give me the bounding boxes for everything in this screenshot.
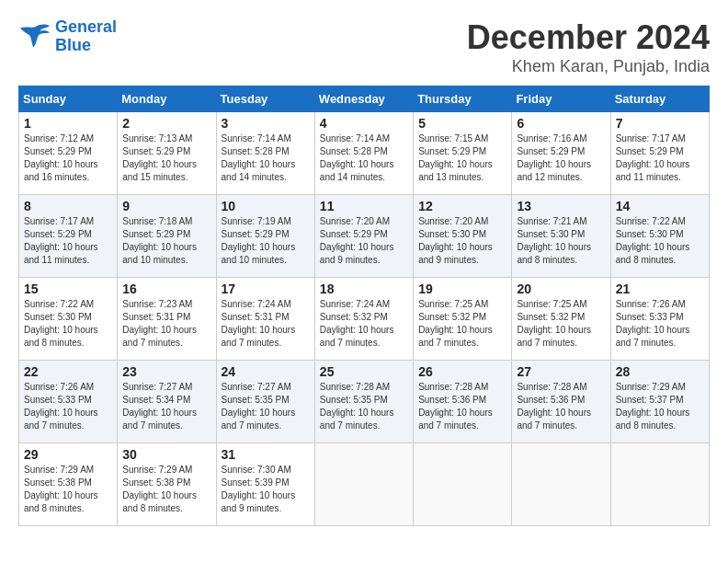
calendar-cell: 21Sunrise: 7:26 AMSunset: 5:33 PMDayligh… <box>610 278 709 361</box>
day-number: 12 <box>418 199 506 213</box>
day-info: Sunrise: 7:23 AMSunset: 5:31 PMDaylight:… <box>122 298 210 350</box>
calendar-week-row: 1Sunrise: 7:12 AMSunset: 5:29 PMDaylight… <box>19 112 710 195</box>
day-number: 25 <box>320 364 408 379</box>
calendar-cell: 6Sunrise: 7:16 AMSunset: 5:29 PMDaylight… <box>512 112 610 195</box>
day-number: 28 <box>616 364 704 379</box>
calendar-cell: 14Sunrise: 7:22 AMSunset: 5:30 PMDayligh… <box>610 195 709 278</box>
title-area: December 2024 Khem Karan, Punjab, India <box>467 18 710 76</box>
calendar-week-row: 22Sunrise: 7:26 AMSunset: 5:33 PMDayligh… <box>19 361 710 443</box>
day-number: 31 <box>222 447 310 462</box>
calendar-cell: 9Sunrise: 7:18 AMSunset: 5:29 PMDaylight… <box>118 195 216 278</box>
day-number: 17 <box>222 282 310 296</box>
day-info: Sunrise: 7:25 AMSunset: 5:32 PMDaylight:… <box>517 298 605 350</box>
day-number: 24 <box>222 364 310 379</box>
calendar-cell: 2Sunrise: 7:13 AMSunset: 5:29 PMDaylight… <box>118 112 216 195</box>
day-info: Sunrise: 7:22 AMSunset: 5:30 PMDaylight:… <box>24 298 112 350</box>
day-number: 26 <box>418 364 506 379</box>
day-info: Sunrise: 7:28 AMSunset: 5:35 PMDaylight:… <box>320 381 408 432</box>
calendar-cell <box>610 443 709 526</box>
calendar-cell <box>414 443 512 526</box>
day-number: 27 <box>517 364 605 379</box>
logo: General Blue <box>18 18 117 55</box>
calendar-week-row: 15Sunrise: 7:22 AMSunset: 5:30 PMDayligh… <box>19 278 710 361</box>
day-info: Sunrise: 7:13 AMSunset: 5:29 PMDaylight:… <box>122 132 210 184</box>
calendar-cell: 18Sunrise: 7:24 AMSunset: 5:32 PMDayligh… <box>314 278 413 361</box>
calendar-cell: 5Sunrise: 7:15 AMSunset: 5:29 PMDaylight… <box>414 112 512 195</box>
calendar-cell: 10Sunrise: 7:19 AMSunset: 5:29 PMDayligh… <box>216 195 314 278</box>
header-wednesday: Wednesday <box>314 86 413 112</box>
day-info: Sunrise: 7:16 AMSunset: 5:29 PMDaylight:… <box>517 132 605 184</box>
header-thursday: Thursday <box>414 86 512 112</box>
day-number: 8 <box>24 199 112 213</box>
header-saturday: Saturday <box>610 86 709 112</box>
calendar-cell: 19Sunrise: 7:25 AMSunset: 5:32 PMDayligh… <box>414 278 512 361</box>
logo-text: General Blue <box>55 18 117 55</box>
calendar-cell: 11Sunrise: 7:20 AMSunset: 5:29 PMDayligh… <box>314 195 413 278</box>
calendar-cell: 23Sunrise: 7:27 AMSunset: 5:34 PMDayligh… <box>118 361 216 443</box>
day-number: 7 <box>616 116 704 131</box>
day-number: 10 <box>222 199 310 213</box>
header: General Blue December 2024 Khem Karan, P… <box>18 18 710 76</box>
calendar-cell: 15Sunrise: 7:22 AMSunset: 5:30 PMDayligh… <box>19 278 118 361</box>
day-info: Sunrise: 7:24 AMSunset: 5:31 PMDaylight:… <box>222 298 310 350</box>
day-number: 11 <box>320 199 408 213</box>
calendar-cell: 17Sunrise: 7:24 AMSunset: 5:31 PMDayligh… <box>216 278 314 361</box>
day-info: Sunrise: 7:24 AMSunset: 5:32 PMDaylight:… <box>320 298 408 350</box>
header-sunday: Sunday <box>19 86 118 112</box>
day-info: Sunrise: 7:14 AMSunset: 5:28 PMDaylight:… <box>222 132 310 184</box>
header-monday: Monday <box>118 86 216 112</box>
calendar-cell: 29Sunrise: 7:29 AMSunset: 5:38 PMDayligh… <box>19 443 118 526</box>
calendar-table: SundayMondayTuesdayWednesdayThursdayFrid… <box>18 86 710 526</box>
day-info: Sunrise: 7:29 AMSunset: 5:38 PMDaylight:… <box>122 464 210 515</box>
day-number: 3 <box>222 116 310 131</box>
calendar-cell: 4Sunrise: 7:14 AMSunset: 5:28 PMDaylight… <box>314 112 413 195</box>
calendar-cell: 30Sunrise: 7:29 AMSunset: 5:38 PMDayligh… <box>118 443 216 526</box>
day-info: Sunrise: 7:15 AMSunset: 5:29 PMDaylight:… <box>418 132 506 184</box>
calendar-cell: 8Sunrise: 7:17 AMSunset: 5:29 PMDaylight… <box>19 195 118 278</box>
day-number: 6 <box>517 116 605 131</box>
calendar-cell: 3Sunrise: 7:14 AMSunset: 5:28 PMDaylight… <box>216 112 314 195</box>
calendar-cell: 26Sunrise: 7:28 AMSunset: 5:36 PMDayligh… <box>414 361 512 443</box>
calendar-cell <box>314 443 413 526</box>
day-number: 18 <box>320 282 408 296</box>
day-info: Sunrise: 7:26 AMSunset: 5:33 PMDaylight:… <box>24 381 112 432</box>
calendar-cell: 31Sunrise: 7:30 AMSunset: 5:39 PMDayligh… <box>216 443 314 526</box>
day-info: Sunrise: 7:14 AMSunset: 5:28 PMDaylight:… <box>320 132 408 184</box>
day-info: Sunrise: 7:19 AMSunset: 5:29 PMDaylight:… <box>222 215 310 267</box>
day-info: Sunrise: 7:22 AMSunset: 5:30 PMDaylight:… <box>616 215 704 267</box>
day-info: Sunrise: 7:27 AMSunset: 5:34 PMDaylight:… <box>122 381 210 432</box>
day-info: Sunrise: 7:20 AMSunset: 5:30 PMDaylight:… <box>418 215 506 267</box>
day-info: Sunrise: 7:17 AMSunset: 5:29 PMDaylight:… <box>616 132 704 184</box>
day-info: Sunrise: 7:27 AMSunset: 5:35 PMDaylight:… <box>222 381 310 432</box>
calendar-cell: 20Sunrise: 7:25 AMSunset: 5:32 PMDayligh… <box>512 278 610 361</box>
header-tuesday: Tuesday <box>216 86 314 112</box>
month-title: December 2024 <box>467 18 710 57</box>
day-info: Sunrise: 7:26 AMSunset: 5:33 PMDaylight:… <box>616 298 704 350</box>
day-number: 30 <box>122 447 210 462</box>
day-number: 5 <box>418 116 506 131</box>
day-info: Sunrise: 7:17 AMSunset: 5:29 PMDaylight:… <box>24 215 112 267</box>
calendar-cell: 28Sunrise: 7:29 AMSunset: 5:37 PMDayligh… <box>610 361 709 443</box>
day-number: 23 <box>122 364 210 379</box>
day-number: 1 <box>24 116 112 131</box>
calendar-cell: 1Sunrise: 7:12 AMSunset: 5:29 PMDaylight… <box>19 112 118 195</box>
day-number: 4 <box>320 116 408 131</box>
day-info: Sunrise: 7:28 AMSunset: 5:36 PMDaylight:… <box>418 381 506 432</box>
header-friday: Friday <box>512 86 610 112</box>
day-number: 2 <box>122 116 210 131</box>
day-info: Sunrise: 7:30 AMSunset: 5:39 PMDaylight:… <box>222 464 310 515</box>
calendar-cell: 12Sunrise: 7:20 AMSunset: 5:30 PMDayligh… <box>414 195 512 278</box>
day-info: Sunrise: 7:20 AMSunset: 5:29 PMDaylight:… <box>320 215 408 267</box>
day-info: Sunrise: 7:21 AMSunset: 5:30 PMDaylight:… <box>517 215 605 267</box>
day-info: Sunrise: 7:25 AMSunset: 5:32 PMDaylight:… <box>418 298 506 350</box>
calendar-week-row: 8Sunrise: 7:17 AMSunset: 5:29 PMDaylight… <box>19 195 710 278</box>
day-info: Sunrise: 7:28 AMSunset: 5:36 PMDaylight:… <box>517 381 605 432</box>
day-number: 16 <box>122 282 210 296</box>
day-info: Sunrise: 7:29 AMSunset: 5:37 PMDaylight:… <box>616 381 704 432</box>
calendar-cell: 22Sunrise: 7:26 AMSunset: 5:33 PMDayligh… <box>19 361 118 443</box>
calendar-cell: 16Sunrise: 7:23 AMSunset: 5:31 PMDayligh… <box>118 278 216 361</box>
day-info: Sunrise: 7:18 AMSunset: 5:29 PMDaylight:… <box>122 215 210 267</box>
calendar-cell <box>512 443 610 526</box>
calendar-header-row: SundayMondayTuesdayWednesdayThursdayFrid… <box>19 86 710 112</box>
logo-bird-icon <box>18 23 51 51</box>
